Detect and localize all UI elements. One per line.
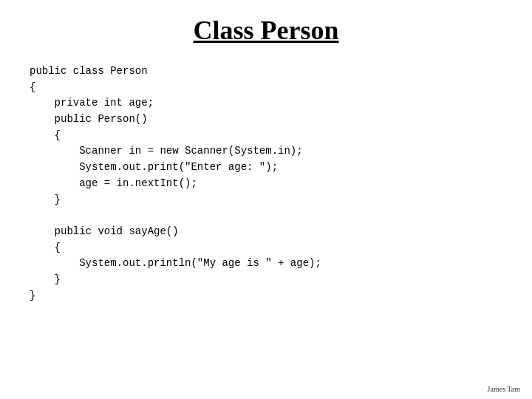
page-container: Class Person public class Person { priva… <box>0 0 532 399</box>
code-block: public class Person { private int age; p… <box>30 64 502 304</box>
watermark: James Tam <box>488 385 520 393</box>
page-title: Class Person <box>30 15 502 46</box>
